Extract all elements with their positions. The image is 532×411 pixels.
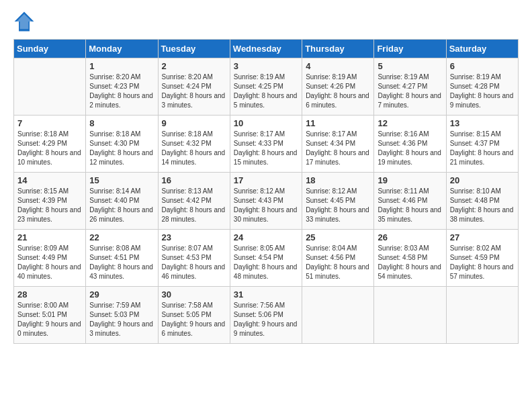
day-info: Sunrise: 8:15 AMSunset: 4:39 PMDaylight:… <box>17 187 82 224</box>
calendar-cell <box>446 287 518 344</box>
day-number: 18 <box>306 175 370 185</box>
calendar-week-row: 7Sunrise: 8:18 AMSunset: 4:29 PMDaylight… <box>14 116 519 173</box>
day-number: 1 <box>89 61 154 71</box>
day-number: 27 <box>450 232 515 242</box>
day-info: Sunrise: 8:09 AMSunset: 4:49 PMDaylight:… <box>17 244 82 281</box>
calendar-cell <box>14 58 86 116</box>
calendar-cell: 10Sunrise: 8:17 AMSunset: 4:33 PMDayligh… <box>230 116 302 173</box>
calendar-cell: 22Sunrise: 8:08 AMSunset: 4:51 PMDayligh… <box>86 230 158 287</box>
weekday-header-monday: Monday <box>86 40 158 58</box>
day-info: Sunrise: 8:12 AMSunset: 4:43 PMDaylight:… <box>234 187 298 224</box>
logo-icon <box>13 11 35 32</box>
day-number: 11 <box>306 118 370 128</box>
calendar-cell: 15Sunrise: 8:14 AMSunset: 4:40 PMDayligh… <box>86 173 158 230</box>
calendar-cell: 24Sunrise: 8:05 AMSunset: 4:54 PMDayligh… <box>230 230 302 287</box>
day-info: Sunrise: 8:10 AMSunset: 4:48 PMDaylight:… <box>450 187 515 224</box>
calendar-cell: 30Sunrise: 7:58 AMSunset: 5:05 PMDayligh… <box>158 287 230 344</box>
calendar-cell: 7Sunrise: 8:18 AMSunset: 4:29 PMDaylight… <box>14 116 86 173</box>
day-number: 6 <box>450 61 515 71</box>
day-info: Sunrise: 8:19 AMSunset: 4:25 PMDaylight:… <box>234 73 298 110</box>
day-number: 22 <box>89 232 154 242</box>
calendar-cell: 5Sunrise: 8:19 AMSunset: 4:27 PMDaylight… <box>374 58 446 116</box>
calendar-cell: 8Sunrise: 8:18 AMSunset: 4:30 PMDaylight… <box>86 116 158 173</box>
calendar-cell: 3Sunrise: 8:19 AMSunset: 4:25 PMDaylight… <box>230 58 302 116</box>
page: SundayMondayTuesdayWednesdayThursdayFrid… <box>0 0 532 411</box>
day-number: 12 <box>378 118 442 128</box>
calendar-cell: 11Sunrise: 8:17 AMSunset: 4:34 PMDayligh… <box>302 116 374 173</box>
calendar-cell: 23Sunrise: 8:07 AMSunset: 4:53 PMDayligh… <box>158 230 230 287</box>
day-number: 9 <box>162 118 226 128</box>
day-number: 13 <box>450 118 515 128</box>
day-info: Sunrise: 8:17 AMSunset: 4:34 PMDaylight:… <box>306 130 370 167</box>
calendar-cell: 12Sunrise: 8:16 AMSunset: 4:36 PMDayligh… <box>374 116 446 173</box>
calendar-cell: 6Sunrise: 8:19 AMSunset: 4:28 PMDaylight… <box>446 58 518 116</box>
day-info: Sunrise: 8:14 AMSunset: 4:40 PMDaylight:… <box>89 187 154 224</box>
day-number: 2 <box>162 61 226 71</box>
calendar-cell: 14Sunrise: 8:15 AMSunset: 4:39 PMDayligh… <box>14 173 86 230</box>
calendar-cell: 13Sunrise: 8:15 AMSunset: 4:37 PMDayligh… <box>446 116 518 173</box>
day-info: Sunrise: 8:18 AMSunset: 4:30 PMDaylight:… <box>89 130 154 167</box>
calendar-cell: 19Sunrise: 8:11 AMSunset: 4:46 PMDayligh… <box>374 173 446 230</box>
calendar-cell: 28Sunrise: 8:00 AMSunset: 5:01 PMDayligh… <box>14 287 86 344</box>
calendar-cell: 21Sunrise: 8:09 AMSunset: 4:49 PMDayligh… <box>14 230 86 287</box>
calendar-week-row: 21Sunrise: 8:09 AMSunset: 4:49 PMDayligh… <box>14 230 519 287</box>
day-info: Sunrise: 8:20 AMSunset: 4:24 PMDaylight:… <box>162 73 226 110</box>
day-number: 10 <box>234 118 298 128</box>
calendar-cell: 20Sunrise: 8:10 AMSunset: 4:48 PMDayligh… <box>446 173 518 230</box>
calendar-cell: 31Sunrise: 7:56 AMSunset: 5:06 PMDayligh… <box>230 287 302 344</box>
calendar-cell: 25Sunrise: 8:04 AMSunset: 4:56 PMDayligh… <box>302 230 374 287</box>
weekday-header-tuesday: Tuesday <box>158 40 230 58</box>
day-number: 20 <box>450 175 515 185</box>
calendar-week-row: 28Sunrise: 8:00 AMSunset: 5:01 PMDayligh… <box>14 287 519 344</box>
day-info: Sunrise: 8:15 AMSunset: 4:37 PMDaylight:… <box>450 130 515 167</box>
day-number: 28 <box>17 289 82 300</box>
calendar-week-row: 14Sunrise: 8:15 AMSunset: 4:39 PMDayligh… <box>14 173 519 230</box>
day-number: 16 <box>162 175 226 185</box>
day-number: 21 <box>17 232 82 242</box>
calendar-cell: 16Sunrise: 8:13 AMSunset: 4:42 PMDayligh… <box>158 173 230 230</box>
day-number: 24 <box>234 232 298 242</box>
day-info: Sunrise: 8:18 AMSunset: 4:32 PMDaylight:… <box>162 130 226 167</box>
day-info: Sunrise: 8:08 AMSunset: 4:51 PMDaylight:… <box>89 244 154 281</box>
calendar-cell <box>374 287 446 344</box>
calendar-cell: 17Sunrise: 8:12 AMSunset: 4:43 PMDayligh… <box>230 173 302 230</box>
day-info: Sunrise: 7:59 AMSunset: 5:03 PMDaylight:… <box>89 301 154 338</box>
day-info: Sunrise: 7:56 AMSunset: 5:06 PMDaylight:… <box>234 301 298 338</box>
day-info: Sunrise: 8:19 AMSunset: 4:28 PMDaylight:… <box>450 73 515 110</box>
weekday-header-saturday: Saturday <box>446 40 518 58</box>
calendar-cell <box>302 287 374 344</box>
day-info: Sunrise: 8:07 AMSunset: 4:53 PMDaylight:… <box>162 244 226 281</box>
day-info: Sunrise: 7:58 AMSunset: 5:05 PMDaylight:… <box>162 301 226 338</box>
weekday-header-friday: Friday <box>374 40 446 58</box>
day-info: Sunrise: 8:00 AMSunset: 5:01 PMDaylight:… <box>17 301 82 338</box>
calendar-cell: 27Sunrise: 8:02 AMSunset: 4:59 PMDayligh… <box>446 230 518 287</box>
day-number: 15 <box>89 175 154 185</box>
calendar-cell: 9Sunrise: 8:18 AMSunset: 4:32 PMDaylight… <box>158 116 230 173</box>
weekday-header-sunday: Sunday <box>14 40 86 58</box>
day-info: Sunrise: 8:11 AMSunset: 4:46 PMDaylight:… <box>378 187 442 224</box>
day-number: 8 <box>89 118 154 128</box>
day-number: 23 <box>162 232 226 242</box>
day-info: Sunrise: 8:12 AMSunset: 4:45 PMDaylight:… <box>306 187 370 224</box>
day-info: Sunrise: 8:19 AMSunset: 4:27 PMDaylight:… <box>378 73 442 110</box>
day-number: 7 <box>17 118 82 128</box>
day-number: 26 <box>378 232 442 242</box>
calendar-cell: 29Sunrise: 7:59 AMSunset: 5:03 PMDayligh… <box>86 287 158 344</box>
day-info: Sunrise: 8:17 AMSunset: 4:33 PMDaylight:… <box>234 130 298 167</box>
day-number: 31 <box>234 289 298 300</box>
weekday-header-thursday: Thursday <box>302 40 374 58</box>
calendar-cell: 4Sunrise: 8:19 AMSunset: 4:26 PMDaylight… <box>302 58 374 116</box>
calendar-cell: 18Sunrise: 8:12 AMSunset: 4:45 PMDayligh… <box>302 173 374 230</box>
day-info: Sunrise: 8:13 AMSunset: 4:42 PMDaylight:… <box>162 187 226 224</box>
day-info: Sunrise: 8:16 AMSunset: 4:36 PMDaylight:… <box>378 130 442 167</box>
calendar-cell: 1Sunrise: 8:20 AMSunset: 4:23 PMDaylight… <box>86 58 158 116</box>
day-number: 25 <box>306 232 370 242</box>
calendar-cell: 26Sunrise: 8:03 AMSunset: 4:58 PMDayligh… <box>374 230 446 287</box>
calendar-table: SundayMondayTuesdayWednesdayThursdayFrid… <box>13 39 519 344</box>
day-number: 14 <box>17 175 82 185</box>
day-number: 17 <box>234 175 298 185</box>
day-info: Sunrise: 8:04 AMSunset: 4:56 PMDaylight:… <box>306 244 370 281</box>
day-number: 3 <box>234 61 298 71</box>
calendar-week-row: 1Sunrise: 8:20 AMSunset: 4:23 PMDaylight… <box>14 58 519 116</box>
calendar-cell: 2Sunrise: 8:20 AMSunset: 4:24 PMDaylight… <box>158 58 230 116</box>
